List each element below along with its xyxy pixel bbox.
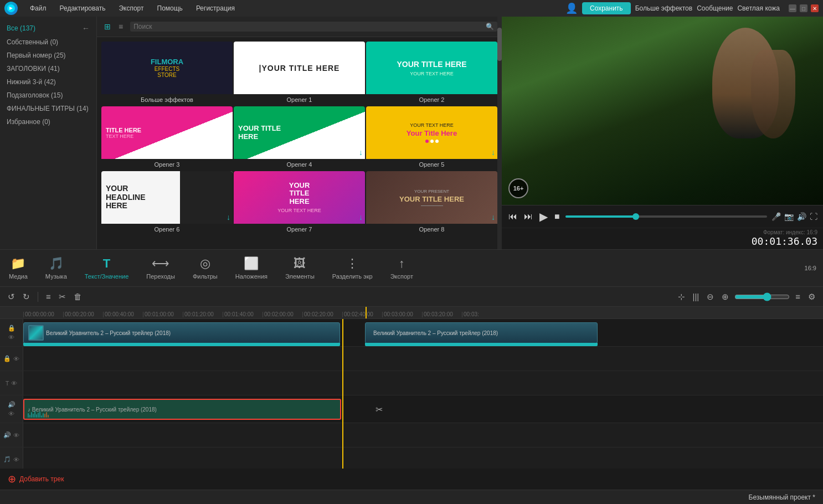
audio2-icon[interactable]: 🔊	[3, 431, 11, 439]
title-card-opener7[interactable]: YOURTITLEHERE YOUR TEXT HERE ↓ Opener 7	[234, 171, 365, 235]
tl-waveform-button[interactable]: |||	[691, 291, 702, 302]
title-card-opener1[interactable]: |YOUR TITLE HERE Opener 1	[234, 42, 365, 105]
tl-grid-button[interactable]: ⊹	[676, 291, 687, 303]
redo-button[interactable]: ↻	[20, 291, 32, 303]
tl-plus-button[interactable]: ⊕	[719, 291, 731, 303]
audio-track-2-content[interactable]	[23, 423, 823, 447]
audio-mute-button[interactable]: 🔊	[8, 401, 16, 408]
more-effects-link[interactable]: Больше эффектов	[635, 4, 693, 12]
audio-clip[interactable]: ♪ Великий Уравнитель 2 – Русский трейлер…	[23, 399, 341, 420]
close-button[interactable]: ✕	[811, 4, 819, 12]
cut-button[interactable]: ✂	[56, 291, 68, 303]
sidebar-item-first[interactable]: Первый номер (25)	[0, 49, 96, 62]
list-view-button[interactable]: ≡	[116, 21, 126, 32]
adjust-button[interactable]: ≡	[44, 291, 53, 302]
title-card-store[interactable]: FILMORA EFFECTS STORE Больше эффектов	[101, 42, 233, 105]
undo-button[interactable]: ↺	[6, 291, 17, 303]
stop-button[interactable]: ■	[553, 210, 561, 223]
user-icon[interactable]: 👤	[565, 2, 578, 14]
sidebar-item-own[interactable]: Собственный (0)	[0, 35, 96, 49]
menu-file[interactable]: Файл	[24, 2, 52, 14]
audio3-icon[interactable]: 🎵	[3, 456, 11, 463]
sidebar-item-all[interactable]: Все (137) ←	[0, 21, 96, 35]
tl-minus-button[interactable]: ⊖	[704, 291, 716, 303]
mic-icon[interactable]: 🎤	[771, 212, 781, 221]
audio-track-content[interactable]: ♪ Великий Уравнитель 2 – Русский трейлер…	[23, 395, 823, 423]
title-card-opener2[interactable]: YOUR TITLE HERE YOUR TEXT HERE Opener 2	[366, 42, 497, 105]
add-track-button[interactable]: ⊕ Добавить трек	[0, 469, 823, 490]
ruler-mark-4: 00:01:20:00	[183, 312, 223, 317]
tool-overlays[interactable]: ⬜ Наложения	[227, 253, 276, 283]
scissors-icon[interactable]: ✂	[376, 404, 383, 414]
main-container: Все (137) ← Собственный (0) Первый номер…	[0, 17, 823, 504]
opener5-texthere: YOUR TEXT HERE	[410, 122, 454, 128]
title-card-opener5[interactable]: YOUR TEXT HERE Your Title Here ↓ Opener …	[366, 106, 497, 170]
tool-elements[interactable]: 🖼 Элементы	[276, 253, 323, 283]
camera-icon[interactable]: 📷	[784, 212, 794, 221]
search-input[interactable]	[133, 23, 486, 30]
video-track-content[interactable]: Великий Уравнитель 2 – Русский трейлер (…	[23, 319, 823, 346]
tool-music[interactable]: 🎵 Музыка	[37, 253, 76, 283]
tool-elements-label: Элементы	[285, 273, 315, 280]
audio-track-controls: 🔊 👁	[0, 395, 23, 423]
sidebar-item-lower[interactable]: Нижний 3-й (42)	[0, 75, 96, 89]
tool-export[interactable]: ↑ Экспорт	[382, 253, 422, 283]
tool-filters[interactable]: ◎ Фильтры	[184, 253, 227, 283]
save-button[interactable]: Сохранить	[582, 2, 631, 14]
zoom-slider[interactable]	[734, 292, 790, 301]
tool-split[interactable]: ⋮ Разделить экр	[323, 253, 382, 283]
track-eye-button[interactable]: 👁	[8, 334, 14, 341]
volume-icon[interactable]: 🔊	[797, 212, 806, 221]
audio-eye-button[interactable]: 👁	[8, 410, 14, 417]
opener4-bg: YOUR TITLEHERE	[234, 106, 365, 159]
grid-view-button[interactable]: ⊞	[101, 21, 114, 32]
skip-back-button[interactable]: ⏮	[507, 210, 518, 223]
opener4-badge: ↓	[359, 148, 363, 157]
aspect-ratio-label: 16:9	[805, 265, 816, 271]
card-label-opener8: Opener 8	[366, 224, 497, 235]
menu-export[interactable]: Экспорт	[113, 2, 149, 14]
title-card-opener4[interactable]: YOUR TITLEHERE ↓ Opener 4	[234, 106, 365, 170]
sidebar-item-favorites[interactable]: Избранное (0)	[0, 115, 96, 128]
audio2-eye[interactable]: 👁	[13, 432, 19, 439]
tool-transitions[interactable]: ⟷ Переходы	[137, 253, 184, 283]
prev-frame-button[interactable]: ⏭	[523, 210, 534, 223]
delete-button[interactable]: 🗑	[71, 291, 84, 302]
title-card-opener8[interactable]: YOUR PRESENT YOUR TITLE HERE ↓ Opener 8	[366, 171, 497, 235]
sidebar-item-sub[interactable]: Подзаголовок (15)	[0, 89, 96, 102]
play-button[interactable]: ▶	[538, 209, 549, 224]
video-clip-2[interactable]: Великий Уравнитель 2 – Русский трейлер (…	[365, 322, 598, 343]
panel-scrollbar[interactable]	[497, 17, 502, 249]
menu-help[interactable]: Помощь	[152, 2, 188, 14]
text-track-row: 🔒 👁	[0, 347, 823, 371]
text-track-eye[interactable]: 👁	[13, 356, 19, 362]
audio3-eye[interactable]: 👁	[13, 456, 19, 463]
extra-track-eye[interactable]: 👁	[11, 380, 17, 387]
audio-track-3-content[interactable]	[23, 448, 823, 469]
message-link[interactable]: Сообщение	[697, 4, 733, 12]
menu-register[interactable]: Регистрация	[191, 2, 240, 14]
opener7-badge: ↓	[359, 213, 363, 222]
extra-track-icon[interactable]: T	[6, 380, 9, 387]
ruler-mark-8: 00:02:40:00	[342, 312, 382, 317]
text-track-lock[interactable]: 🔒	[3, 355, 11, 362]
skin-link[interactable]: Светлая кожа	[737, 4, 780, 12]
title-card-opener6[interactable]: YOURHEADLINEHERE ↓ Opener 6	[101, 171, 233, 235]
tl-settings-button[interactable]: ⚙	[806, 291, 817, 303]
video-clip-1[interactable]: Великий Уравнитель 2 – Русский трейлер (…	[23, 322, 340, 343]
tool-media[interactable]: 📁 Медиа	[0, 253, 37, 283]
extra-track-content[interactable]	[23, 371, 823, 395]
sidebar-item-final[interactable]: ФИНАЛЬНЫЕ ТИТРЫ (14)	[0, 102, 96, 115]
tool-text[interactable]: T Текст/Значение	[76, 253, 138, 283]
maximize-button[interactable]: □	[800, 4, 807, 12]
text-track-content[interactable]	[23, 347, 823, 371]
title-card-opener3[interactable]: TITLE HERE TEXT HERE Opener 3	[101, 106, 233, 170]
sidebar-item-titles[interactable]: ЗАГОЛОВКИ (41)	[0, 62, 96, 75]
tl-layout-button[interactable]: ≡	[793, 291, 803, 302]
track-lock-button[interactable]: 🔒	[8, 325, 16, 332]
fullscreen-icon[interactable]: ⛶	[810, 212, 817, 221]
menu-edit[interactable]: Редактировать	[54, 2, 111, 14]
sidebar-back-icon[interactable]: ←	[82, 24, 90, 33]
progress-bar[interactable]	[565, 215, 767, 218]
minimize-button[interactable]: —	[789, 4, 796, 12]
